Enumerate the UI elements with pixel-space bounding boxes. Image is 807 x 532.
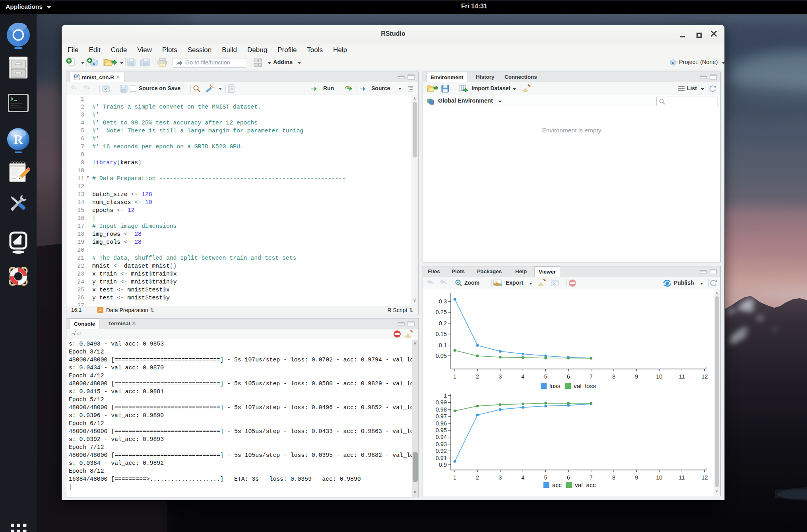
svg-text:0.96: 0.96: [436, 420, 447, 427]
svg-text:val_acc: val_acc: [575, 482, 596, 488]
svg-text:1: 1: [444, 392, 447, 399]
svg-text:acc: acc: [552, 482, 562, 488]
svg-text:0.98: 0.98: [436, 406, 447, 413]
svg-text:0.93: 0.93: [436, 441, 447, 447]
svg-text:0.1: 0.1: [439, 342, 447, 348]
svg-text:11: 11: [679, 474, 685, 481]
svg-text:0.05: 0.05: [436, 353, 447, 359]
svg-text:1: 1: [453, 373, 456, 380]
svg-text:10: 10: [656, 373, 662, 380]
svg-text:9: 9: [635, 373, 638, 380]
svg-text:0.99: 0.99: [436, 399, 447, 406]
svg-text:R: R: [75, 75, 77, 78]
svg-text:STOP: STOP: [394, 333, 400, 336]
svg-text:loss: loss: [549, 382, 561, 389]
svg-text:7: 7: [590, 474, 593, 481]
svg-text:R: R: [672, 61, 675, 65]
svg-text:0.94: 0.94: [436, 434, 447, 440]
svg-text:STOP: STOP: [570, 282, 576, 285]
svg-text:0.9: 0.9: [439, 462, 447, 468]
svg-text:0.15: 0.15: [436, 331, 447, 337]
svg-text:12: 12: [701, 373, 708, 380]
svg-text:2: 2: [476, 474, 479, 481]
svg-text:1: 1: [453, 474, 456, 481]
svg-text:8: 8: [612, 474, 615, 481]
svg-text:R: R: [93, 62, 96, 66]
svg-text:5: 5: [544, 474, 547, 481]
svg-text:4: 4: [521, 474, 524, 481]
svg-text:0.92: 0.92: [436, 448, 447, 454]
svg-text:9: 9: [635, 474, 638, 481]
svg-text:2: 2: [476, 373, 479, 380]
svg-text:12: 12: [701, 474, 708, 481]
svg-text:R: R: [14, 132, 23, 147]
svg-text:0.91: 0.91: [436, 455, 447, 461]
svg-text:8: 8: [612, 373, 615, 380]
svg-text:0.2: 0.2: [439, 320, 447, 326]
svg-text:4: 4: [521, 373, 524, 380]
svg-text:val_loss: val_loss: [574, 382, 596, 389]
svg-text:7: 7: [590, 373, 593, 380]
svg-text:5: 5: [544, 373, 547, 380]
svg-text:0.97: 0.97: [436, 413, 447, 419]
svg-text:3: 3: [499, 373, 502, 380]
svg-text:11: 11: [679, 373, 685, 380]
svg-text:0.25: 0.25: [436, 309, 447, 315]
svg-text:6: 6: [567, 474, 570, 481]
svg-text:6: 6: [567, 373, 570, 380]
svg-text:0.3: 0.3: [439, 298, 447, 305]
svg-text:3: 3: [499, 474, 502, 481]
svg-text:10: 10: [656, 474, 662, 481]
svg-text:0.95: 0.95: [436, 427, 447, 433]
